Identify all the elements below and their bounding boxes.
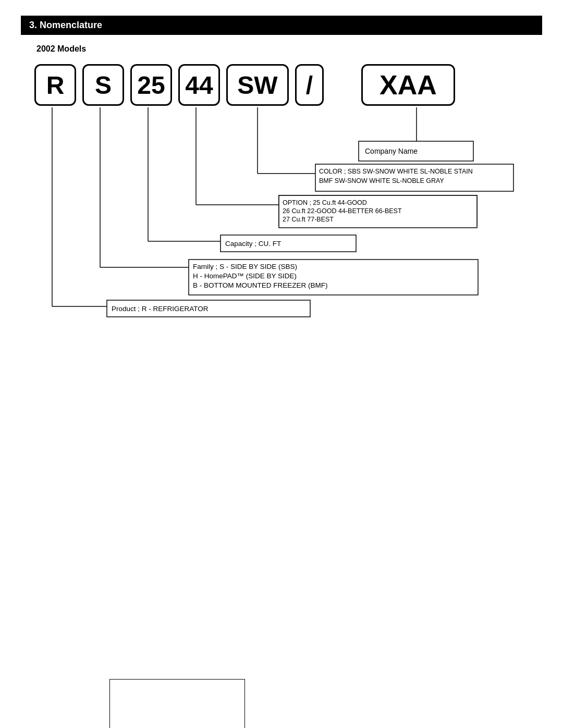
svg-text:BMF SW-SNOW WHITE  SL-NOBLE GR: BMF SW-SNOW WHITE SL-NOBLE GRAY xyxy=(319,177,444,184)
svg-text:Family ;  S - SIDE BY SIDE (SB: Family ; S - SIDE BY SIDE (SBS) xyxy=(193,263,297,270)
svg-text:26 Cu.ft 22-GOOD  44-BETTER  6: 26 Cu.ft 22-GOOD 44-BETTER 66-BEST xyxy=(283,207,402,215)
label-location-arrow xyxy=(21,669,261,728)
svg-text:27 Cu.ft 77-BEST: 27 Cu.ft 77-BEST xyxy=(283,216,334,223)
section-header: 3. Nomenclature xyxy=(21,16,542,35)
svg-text:Capacity ; CU. FT: Capacity ; CU. FT xyxy=(225,240,281,248)
svg-text:B - BOTTOM MOUNTED FREEZER (BM: B - BOTTOM MOUNTED FREEZER (BMF) xyxy=(193,281,328,289)
svg-text:H - HomePAD™ (SIDE BY SIDE): H - HomePAD™ (SIDE BY SIDE) xyxy=(193,272,297,280)
svg-text:OPTION ; 25 Cu.ft 44-GOOD: OPTION ; 25 Cu.ft 44-GOOD xyxy=(283,199,367,206)
svg-text:Product ; R - REFRIGERATOR: Product ; R - REFRIGERATOR xyxy=(112,305,209,313)
models-label: 2002 Models xyxy=(36,44,563,54)
svg-text:Company Name: Company Name xyxy=(365,147,418,155)
connector-lines: Company Name COLOR ; SBS SW-SNOW WHITE S… xyxy=(21,64,532,366)
svg-text:COLOR ; SBS SW-SNOW WHITE  SL-: COLOR ; SBS SW-SNOW WHITE SL-NOBLE STAIN xyxy=(319,168,473,175)
section-title: 3. Nomenclature xyxy=(29,20,102,30)
